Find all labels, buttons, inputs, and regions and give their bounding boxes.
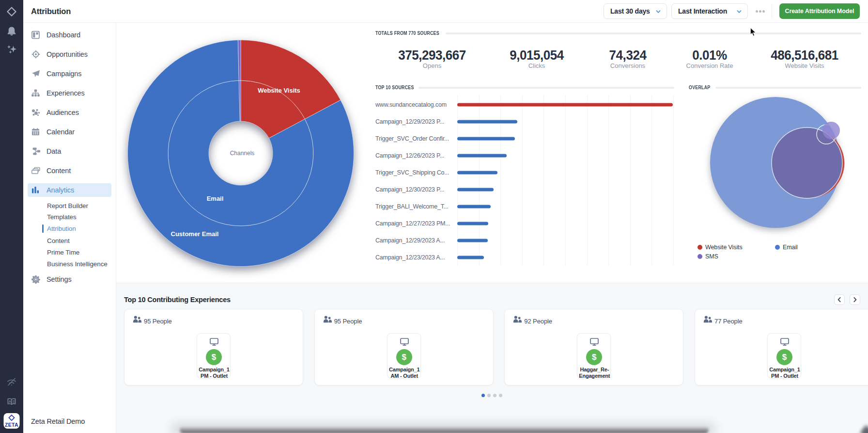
svg-text:Email: Email xyxy=(207,195,224,202)
svg-text:Customer Email: Customer Email xyxy=(171,230,219,238)
svg-text:Channels: Channels xyxy=(230,150,255,157)
svg-text:ZETA: ZETA xyxy=(5,422,18,428)
svg-text:Website Visits: Website Visits xyxy=(258,87,300,94)
